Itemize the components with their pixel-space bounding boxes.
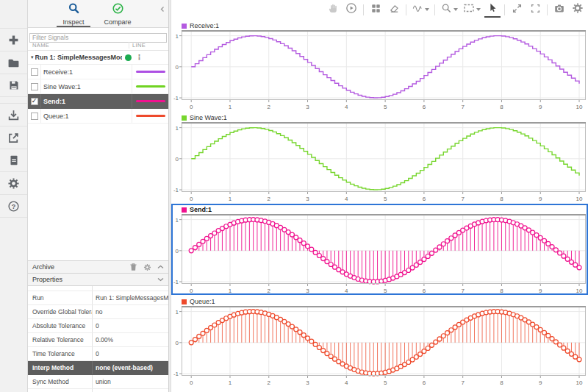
export-button[interactable] <box>0 126 27 149</box>
signal-line-swatch <box>136 71 165 73</box>
snapshot-button[interactable] <box>551 2 567 17</box>
subplot-receive[interactable]: Receive:1 012345678910-101 <box>171 20 588 111</box>
chart-send[interactable]: 012345678910-101 <box>173 214 587 293</box>
signal-checkbox[interactable] <box>31 68 38 76</box>
property-label: Run <box>28 291 93 304</box>
folder-icon <box>7 57 20 69</box>
zoom-button[interactable] <box>439 2 459 17</box>
signal-row-send[interactable]: Send:1 <box>28 94 168 109</box>
expander-triangle-icon[interactable]: ▾ <box>28 54 35 60</box>
settings-button[interactable] <box>570 2 586 17</box>
signal-checkbox[interactable] <box>31 98 38 105</box>
report-button[interactable] <box>0 149 27 172</box>
save-button[interactable] <box>0 74 27 97</box>
open-button[interactable] <box>0 51 27 74</box>
expand-button[interactable] <box>509 2 525 17</box>
fit-to-view-button[interactable] <box>462 2 482 17</box>
property-row-interp-method[interactable]: Interp Methodnone (event-based) <box>28 361 168 375</box>
svg-text:9: 9 <box>539 288 542 293</box>
legend-label: Send:1 <box>190 206 212 213</box>
column-header-name: NAME <box>28 42 129 49</box>
pan-button[interactable] <box>325 2 341 17</box>
signal-name: Queue:1 <box>41 113 132 120</box>
gear-icon <box>7 177 20 190</box>
chart-canvas: 012345678910-101 <box>173 30 586 110</box>
svg-text:-1: -1 <box>173 95 179 101</box>
subplot-queue[interactable]: Queue:1 012345678910-101 <box>171 296 588 387</box>
chevron-down-icon[interactable] <box>157 277 164 282</box>
property-row-absolute-tolerance[interactable]: Absolute Tolerance0 <box>28 319 168 333</box>
subplot-sine-wave[interactable]: Sine Wave:1 012345678910-101 <box>171 112 588 203</box>
chart-sine-wave[interactable]: 012345678910-101 <box>173 122 587 202</box>
panel-filler <box>28 124 168 260</box>
tab-inspect[interactable]: Inspect <box>51 0 96 27</box>
signal-line-swatch <box>136 115 165 117</box>
chart-queue[interactable]: 012345678910-101 <box>173 306 587 385</box>
toolbar-divider <box>504 4 505 15</box>
archive-gear-icon[interactable] <box>143 263 151 271</box>
chart-receive[interactable]: 012345678910-101 <box>173 30 587 110</box>
property-row-run[interactable]: RunRun 1: SimpleMessagesModel <box>28 291 168 305</box>
chart-canvas: 012345678910-101 <box>173 214 586 293</box>
svg-text:2: 2 <box>268 379 271 385</box>
trash-icon[interactable] <box>129 263 137 271</box>
replay-button[interactable] <box>343 2 359 17</box>
help-icon: ? <box>7 200 20 213</box>
toolbar-divider <box>363 4 364 15</box>
import-button[interactable] <box>0 104 27 126</box>
svg-text:0: 0 <box>190 288 193 293</box>
signal-style-button[interactable] <box>410 2 431 17</box>
subplot-legend: Receive:1 <box>173 21 587 30</box>
preferences-button[interactable] <box>0 172 27 195</box>
dropdown-caret-icon <box>453 8 458 11</box>
svg-text:6: 6 <box>423 104 426 110</box>
eraser-button[interactable] <box>386 2 402 17</box>
svg-text:1: 1 <box>229 379 232 385</box>
panel-tabs: Inspect Compare <box>28 0 168 28</box>
property-row-relative-tolerance[interactable]: Relative Tolerance0.00% <box>28 333 168 347</box>
svg-text:-1: -1 <box>173 279 179 285</box>
svg-text:5: 5 <box>384 104 387 110</box>
property-row-domain[interactable]: DomainSignals <box>28 389 168 392</box>
legend-swatch <box>182 299 187 304</box>
signals-panel: Inspect Compare NAME LINE ▾ Run 1: Simpl… <box>28 0 169 392</box>
collapse-panel-icon[interactable] <box>159 2 165 15</box>
signal-row-receive[interactable]: Receive:1 <box>28 65 168 79</box>
plus-icon <box>7 34 20 46</box>
tab-compare[interactable]: Compare <box>96 0 140 27</box>
signal-row-queue[interactable]: Queue:1 <box>28 109 168 124</box>
archive-bar[interactable]: Archive <box>28 260 168 273</box>
toolbar-divider <box>547 4 548 15</box>
download-icon <box>7 109 20 121</box>
signal-checkbox[interactable] <box>31 83 38 90</box>
properties-bar[interactable]: Properties <box>28 273 168 285</box>
property-value: 0 <box>93 350 168 357</box>
signal-name: Send:1 <box>41 98 132 105</box>
add-button[interactable] <box>0 29 27 51</box>
svg-text:2: 2 <box>268 104 271 110</box>
fullscreen-button[interactable] <box>527 2 543 17</box>
run-row[interactable]: ▾ Run 1: SimpleMessagesModel[Current] ⋮ <box>28 51 168 65</box>
layout-grid-button[interactable] <box>368 2 384 17</box>
help-button[interactable]: ? <box>0 195 27 218</box>
subplot-send[interactable]: Send:1 012345678910-101 <box>171 204 588 295</box>
svg-text:1: 1 <box>176 309 179 316</box>
filter-row <box>28 28 168 40</box>
property-row-channel[interactable]: Channel <box>28 285 168 291</box>
kebab-menu-icon[interactable]: ⋮ <box>136 54 143 61</box>
property-label: Absolute Tolerance <box>28 319 93 332</box>
property-row-time-tolerance[interactable]: Time Tolerance0 <box>28 347 168 361</box>
property-row-sync-method[interactable]: Sync Methodunion <box>28 375 168 389</box>
svg-text:9: 9 <box>539 379 542 385</box>
property-row-override-global-tolerance[interactable]: Override Global Toleranceno <box>28 305 168 319</box>
chevron-up-icon[interactable] <box>157 265 164 269</box>
column-header-line: LINE <box>129 42 168 49</box>
signal-checkbox[interactable] <box>31 113 38 120</box>
checkbox-cell <box>28 109 41 123</box>
pointer-button[interactable] <box>484 1 501 18</box>
plot-panel: Receive:1 012345678910-101 Sine Wave:1 0… <box>171 0 588 392</box>
signal-row-sine-wave[interactable]: Sine Wave:1 <box>28 79 168 94</box>
svg-text:1: 1 <box>176 217 179 224</box>
subplot-stack: Receive:1 012345678910-101 Sine Wave:1 0… <box>171 19 588 392</box>
svg-text:3: 3 <box>306 196 309 202</box>
